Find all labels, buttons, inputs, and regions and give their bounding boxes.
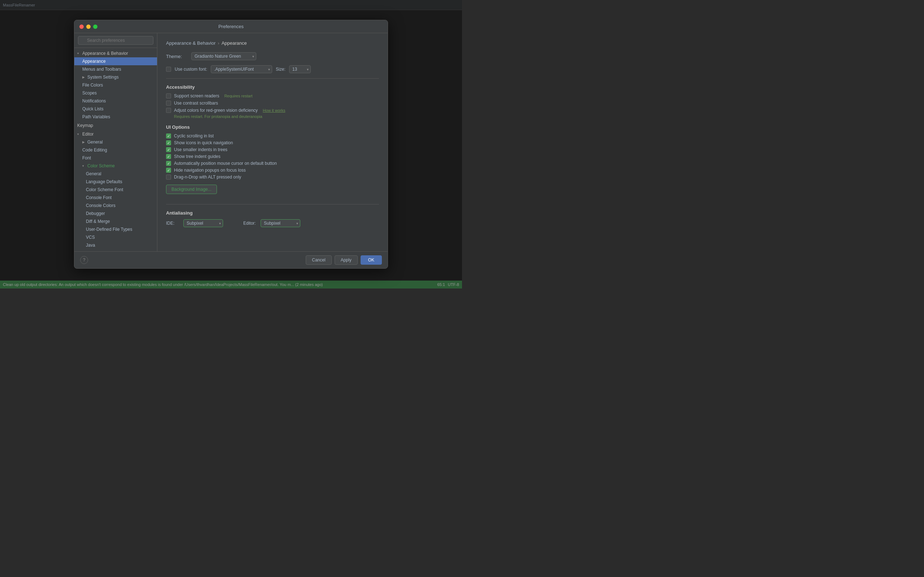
antialiasing-row: IDE: Subpixel ▾ Editor: Subpixel (166, 219, 379, 227)
editor-aa-select[interactable]: Subpixel (261, 219, 300, 227)
theme-select[interactable]: Gradianto Nature Green (191, 52, 256, 60)
drag-drop-alt-checkbox[interactable] (166, 174, 171, 180)
cancel-button[interactable]: Cancel (306, 255, 331, 265)
hide-nav-popups-row: Hide navigation popups on focus loss (166, 168, 379, 173)
auto-position-mouse-checkbox[interactable] (166, 161, 171, 166)
sidebar-item-label: Appearance & Behavior (82, 51, 128, 56)
sidebar-item-console-colors[interactable]: Console Colors (74, 201, 157, 210)
theme-row: Theme: Gradianto Nature Green ▾ (166, 52, 379, 60)
sidebar-item-menus-toolbars[interactable]: Menus and Toolbars (74, 65, 157, 73)
preferences-dialog: Preferences ⌕ ▾ Appearance & Behavior (74, 20, 388, 269)
drag-drop-alt-row: Drag-n-Drop with ALT pressed only (166, 174, 379, 180)
smaller-indents-row: Use smaller indents in trees (166, 147, 379, 152)
sidebar-item-general[interactable]: ▶ General (74, 138, 157, 146)
cyclic-scrolling-checkbox[interactable] (166, 134, 171, 139)
sidebar-item-label: Notifications (82, 98, 106, 103)
contrast-scrollbars-checkbox[interactable] (166, 101, 171, 106)
sidebar-item-label: Code Editing (82, 148, 107, 153)
smaller-indents-checkbox[interactable] (166, 147, 171, 152)
red-green-label: Adjust colors for red-green vision defic… (174, 108, 258, 113)
sidebar-item-color-scheme-general[interactable]: General (74, 170, 157, 178)
show-icons-checkbox[interactable] (166, 140, 171, 145)
breadcrumb-parent: Appearance & Behavior (166, 40, 215, 46)
minimize-button[interactable] (86, 24, 90, 29)
sidebar-item-color-scheme[interactable]: ▾ Color Scheme (74, 162, 157, 170)
screen-readers-row: Support screen readers Requires restart (166, 93, 379, 98)
sidebar-item-file-colors[interactable]: File Colors (74, 81, 157, 89)
sidebar-item-label: Java (86, 243, 95, 248)
sidebar-item-java[interactable]: Java (74, 241, 157, 249)
sidebar-item-editor[interactable]: ▾ Editor (74, 130, 157, 138)
size-select[interactable]: 13 (289, 65, 311, 73)
ide-aa-select[interactable]: Subpixel (183, 219, 223, 227)
content-area: Appearance & Behavior › Appearance Theme… (157, 33, 388, 251)
hide-nav-popups-checkbox[interactable] (166, 168, 171, 173)
sidebar-item-code-editing[interactable]: Code Editing (74, 146, 157, 154)
sidebar-item-user-defined-file-types[interactable]: User-Defined File Types (74, 226, 157, 233)
screen-readers-label: Support screen readers (174, 93, 219, 98)
sidebar-item-label: Path Variables (82, 114, 110, 119)
red-green-subnote: Requires restart. For protanopia and deu… (174, 114, 379, 119)
accessibility-title: Accessibility (166, 84, 379, 90)
modal-overlay: Preferences ⌕ ▾ Appearance & Behavior (0, 0, 462, 288)
sidebar-item-system-settings[interactable]: ▶ System Settings (74, 73, 157, 81)
search-input[interactable] (78, 36, 153, 45)
close-button[interactable] (79, 24, 84, 29)
sidebar-item-appearance-behavior[interactable]: ▾ Appearance & Behavior (74, 49, 157, 57)
background-image-button[interactable]: Background Image... (166, 185, 217, 194)
red-green-checkbox[interactable] (166, 108, 171, 113)
window-controls (79, 24, 97, 29)
sidebar-item-keymap[interactable]: Keymap (74, 121, 157, 129)
ok-button[interactable]: OK (360, 255, 382, 265)
sidebar-item-diff-merge[interactable]: Diff & Merge (74, 218, 157, 226)
tree-indent-guides-label: Show tree indent guides (174, 154, 221, 159)
sidebar-item-label: Debugger (86, 211, 105, 216)
sidebar-item-label: Quick Lists (82, 106, 103, 111)
show-icons-label: Show icons in quick navigation (174, 140, 233, 145)
expand-arrow: ▶ (82, 76, 86, 79)
screen-readers-note: Requires restart (224, 94, 252, 98)
sidebar-item-notifications[interactable]: Notifications (74, 97, 157, 105)
breadcrumb-current: Appearance (221, 40, 247, 46)
expand-arrow: ▾ (77, 132, 81, 136)
dialog-title-bar: Preferences (74, 20, 388, 33)
screen-readers-checkbox[interactable] (166, 93, 171, 98)
font-select[interactable]: .AppleSystemUIFont (211, 65, 272, 73)
sidebar-item-language-defaults[interactable]: Language Defaults (74, 178, 157, 186)
sidebar-item-label: Editor (82, 132, 94, 137)
sidebar-item-label: Font (82, 155, 91, 161)
custom-font-checkbox[interactable] (166, 67, 171, 72)
sidebar-item-color-scheme-font[interactable]: Color Scheme Font (74, 186, 157, 193)
breadcrumb: Appearance & Behavior › Appearance (166, 40, 379, 46)
cyclic-scrolling-row: Cyclic scrolling in list (166, 134, 379, 139)
sidebar-tree: ▾ Appearance & Behavior Appearance Menus… (74, 48, 157, 251)
expand-arrow: ▶ (82, 140, 86, 144)
red-green-row: Adjust colors for red-green vision defic… (166, 108, 379, 113)
sidebar-item-debugger[interactable]: Debugger (74, 210, 157, 218)
sidebar-item-label: Appearance (82, 59, 106, 64)
ide-aa-item: IDE: Subpixel ▾ (166, 219, 223, 227)
how-it-works-link[interactable]: How it works (263, 108, 285, 113)
sidebar-item-label: General (87, 140, 103, 145)
footer-buttons: Cancel Apply OK (306, 255, 382, 265)
search-wrap: ⌕ (78, 36, 153, 45)
sidebar-item-path-variables[interactable]: Path Variables (74, 113, 157, 121)
sidebar-item-label: File Colors (82, 82, 103, 88)
sidebar-item-quick-lists[interactable]: Quick Lists (74, 105, 157, 113)
dialog-footer: ? Cancel Apply OK (74, 251, 388, 268)
sidebar-item-vcs[interactable]: VCS (74, 233, 157, 241)
sidebar-item-font[interactable]: Font (74, 154, 157, 162)
apply-button[interactable]: Apply (334, 255, 358, 265)
editor-aa-item: Editor: Subpixel ▾ (243, 219, 300, 227)
help-button[interactable]: ? (80, 256, 88, 264)
maximize-button[interactable] (93, 24, 97, 29)
sidebar: ⌕ ▾ Appearance & Behavior Appearance Men… (74, 33, 157, 251)
sidebar-item-label: General (86, 171, 102, 176)
editor-aa-select-wrap: Subpixel ▾ (261, 219, 300, 227)
sidebar-item-console-font[interactable]: Console Font (74, 193, 157, 201)
sidebar-item-scopes[interactable]: Scopes (74, 89, 157, 97)
sidebar-item-appearance[interactable]: Appearance (74, 57, 157, 65)
sidebar-item-label: Color Scheme Font (86, 187, 123, 192)
size-select-wrap: 13 ▾ (289, 65, 311, 73)
tree-indent-guides-checkbox[interactable] (166, 154, 171, 159)
